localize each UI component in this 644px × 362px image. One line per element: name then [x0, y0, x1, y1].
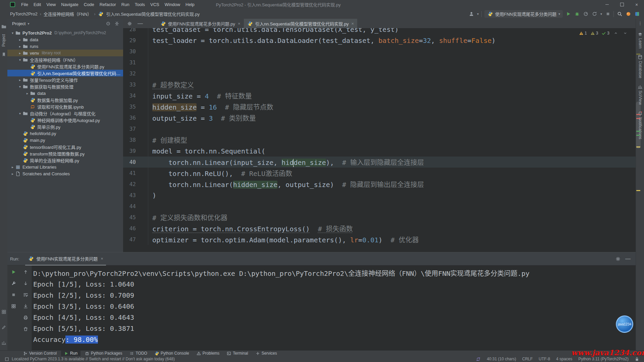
tree-chevron-icon[interactable]: ▸: [17, 78, 22, 82]
tree-chevron-icon[interactable]: ▾: [17, 112, 22, 115]
bookmark-icon[interactable]: [1, 51, 7, 57]
hide-panel-icon[interactable]: —: [137, 20, 143, 26]
inspection-ok[interactable]: 3: [601, 31, 609, 36]
down-stack-icon[interactable]: [22, 280, 29, 286]
code-line[interactable]: 35hidden_size = 16 # 隐藏层节点数: [123, 101, 636, 112]
chevron-down-icon[interactable]: ▾: [28, 22, 29, 25]
code-editor[interactable]: 28test_dataset = torch.utils.data.Tensor…: [123, 28, 636, 252]
python-interpreter[interactable]: Python 3.11 (PyTorch2Pro2): [578, 357, 629, 361]
editor-tab-active[interactable]: 引入nn.Sequential简化模型管理优化代码实现.py×: [244, 19, 357, 29]
locate-file-icon[interactable]: [105, 20, 111, 26]
tool-button-database[interactable]: Database: [638, 55, 643, 78]
close-button[interactable]: ×: [629, 0, 644, 9]
tree-item[interactable]: ▸runs: [7, 43, 123, 50]
settings-wrench-icon[interactable]: [10, 280, 16, 286]
tree-item[interactable]: ▸External Libraries: [7, 164, 123, 170]
print-icon[interactable]: [22, 314, 29, 320]
code-line[interactable]: 37: [123, 123, 636, 134]
editor-scrollbar[interactable]: [636, 102, 641, 148]
run-tab[interactable]: 使用FNN实现鸢尾花多分类问题 ×: [25, 252, 106, 265]
tree-item[interactable]: helloWorld.py: [7, 130, 123, 137]
chevron-down-icon[interactable]: ▾: [600, 12, 602, 16]
scroll-to-end-icon[interactable]: [22, 303, 29, 309]
code-line[interactable]: 34input_size = 4 # 特征数量: [123, 90, 636, 101]
stop-process-button[interactable]: [10, 292, 16, 298]
chevron-up-icon[interactable]: [613, 30, 619, 36]
sync-icon[interactable]: [476, 357, 481, 361]
inspections-widget[interactable]: 133: [579, 30, 628, 36]
code-line[interactable]: 36output_size = 3 # 类别数量: [123, 112, 636, 123]
status-message[interactable]: Localized PyCharm 2023.1.3 is available …: [12, 357, 175, 361]
tree-item[interactable]: 简单示例.py: [7, 123, 123, 130]
minimize-button[interactable]: [600, 0, 614, 9]
inspection-warning[interactable]: 1: [579, 31, 587, 36]
tool-window-button-version-control[interactable]: Version Control: [20, 351, 60, 356]
search-everywhere-icon[interactable]: [616, 11, 623, 17]
restore-layout-icon[interactable]: [10, 303, 16, 309]
code-line[interactable]: 33# 超参数定义: [123, 79, 636, 90]
code-line[interactable]: 38# 创建模型: [123, 134, 636, 145]
tree-item[interactable]: 读取和可视化数据.ipynb: [7, 103, 123, 110]
tool-button-learn[interactable]: Learn: [638, 32, 643, 49]
tree-item[interactable]: ▾全连接神经网络（FNN）: [7, 56, 123, 63]
line-ending[interactable]: CRLF: [522, 357, 533, 361]
maximize-button[interactable]: [614, 0, 629, 9]
stop-button[interactable]: [605, 11, 611, 17]
tool-window-button-run[interactable]: Run: [61, 351, 80, 356]
user-profile-icon[interactable]: [468, 11, 474, 17]
tree-item[interactable]: ▸data: [7, 36, 123, 43]
tree-item[interactable]: 简单的全连接神经网络.py: [7, 157, 123, 164]
breadcrumb-item[interactable]: 全连接神经网络（FNN）: [44, 11, 92, 17]
tree-item[interactable]: ▾数据获取与数据预处理: [7, 83, 123, 90]
chevron-down-icon[interactable]: [622, 30, 628, 36]
tree-item[interactable]: ▸data: [7, 90, 123, 97]
gear-icon[interactable]: [126, 20, 132, 26]
editor-options-icon[interactable]: ⋮: [638, 21, 642, 26]
menu-item-window[interactable]: Window: [162, 2, 183, 7]
update-notification-icon[interactable]: [625, 11, 631, 17]
tool-window-button-problems[interactable]: Problems: [194, 351, 223, 356]
tree-item[interactable]: 神经网络训练中使用Autograd.py: [7, 117, 123, 123]
close-icon[interactable]: ×: [352, 21, 354, 26]
structure-icon[interactable]: [1, 309, 7, 315]
tree-chevron-icon[interactable]: ▸: [17, 45, 22, 48]
caret-position[interactable]: 40:31 (10 chars): [487, 357, 516, 361]
tree-item[interactable]: ▾PyTorch2Pro2D:\python_pro\PyTorch2Pro2: [7, 29, 123, 36]
tree-item[interactable]: ▸Scratches and Consoles: [7, 170, 123, 177]
code-line[interactable]: 31: [123, 57, 636, 68]
tree-item[interactable]: ▸venvlibrary root: [7, 50, 123, 56]
code-line[interactable]: 42 torch.nn.Linear(hidden_size, output_s…: [123, 179, 636, 190]
breadcrumb-item[interactable]: PyTorch2Pro2: [10, 11, 38, 16]
code-line[interactable]: 45# 定义损失函数和优化器: [123, 212, 636, 223]
code-line[interactable]: 46criterion = torch.nn.CrossEntropyLoss(…: [123, 223, 636, 234]
menu-item-view[interactable]: View: [44, 2, 58, 7]
breadcrumb-item[interactable]: 引入nn.Sequential简化模型管理优化代码实现.py: [106, 11, 200, 17]
menu-item-edit[interactable]: Edit: [31, 2, 44, 7]
code-line[interactable]: 43): [123, 190, 636, 201]
tree-item[interactable]: ▾自动微分（Autograd）与梯度优化: [7, 110, 123, 117]
tree-item[interactable]: ▸张量Tensor的定义与操作: [7, 76, 123, 83]
tree-chevron-icon[interactable]: ▾: [17, 58, 22, 62]
code-line[interactable]: 28test_dataset = torch.utils.data.Tensor…: [123, 28, 636, 35]
project-panel-title[interactable]: Project: [12, 21, 25, 26]
tool-window-button-todo[interactable]: TODO: [126, 351, 150, 356]
code-line[interactable]: 41 torch.nn.ReLU(), # ReLU激活函数: [123, 168, 636, 179]
tree-chevron-icon[interactable]: ▾: [10, 31, 15, 35]
tree-chevron-icon[interactable]: ▸: [17, 51, 22, 55]
plugin-icon[interactable]: [634, 11, 640, 17]
tree-item[interactable]: 数据集与数据加载.py: [7, 97, 123, 103]
code-line[interactable]: 32: [123, 68, 636, 79]
lock-icon[interactable]: [635, 357, 639, 361]
code-line[interactable]: 30: [123, 46, 636, 57]
inspection-typo[interactable]: 3: [590, 31, 598, 36]
soft-wrap-icon[interactable]: [22, 292, 29, 298]
code-line[interactable]: 47optimizer = torch.optim.Adam(model.par…: [123, 234, 636, 245]
menu-item-file[interactable]: File: [18, 2, 31, 7]
editor-tab[interactable]: 使用FNN实现鸢尾花多分类问题.py×: [157, 19, 244, 29]
coverage-button[interactable]: [592, 11, 598, 17]
code-line[interactable]: 40 torch.nn.Linear(input_size, hidden_si…: [123, 157, 636, 168]
menu-item-code[interactable]: Code: [81, 2, 97, 7]
gear-icon[interactable]: [615, 256, 621, 262]
menu-item-run[interactable]: Run: [119, 2, 132, 7]
tool-window-button-python-packages[interactable]: Python Packages: [82, 351, 125, 356]
